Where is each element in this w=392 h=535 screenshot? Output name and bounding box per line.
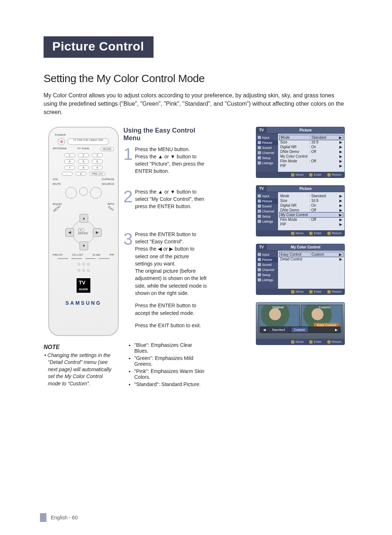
osd-side-input: Input	[262, 253, 269, 256]
osd-picture-2: TVPicture Input Picture Sound Channel Se…	[256, 185, 345, 236]
mode-button: MODE	[100, 147, 114, 151]
digit-3: 3	[92, 153, 103, 157]
osd-tv-tab: TV	[256, 127, 267, 134]
channel-icon	[258, 268, 261, 271]
osd-side-listings: Listings	[262, 220, 273, 223]
power-label: POWER	[55, 133, 66, 137]
osd-side-channel: Channel	[262, 151, 274, 155]
osd-side-channel: Channel	[262, 210, 274, 213]
note-heading: NOTE	[44, 344, 116, 350]
osd-easy-control-preview: Original Custom Easy Control ◀ Standard …	[256, 302, 345, 345]
favch-label: FAV.CH	[53, 253, 63, 256]
pip-label: PIP	[110, 253, 114, 256]
osd-my-color-control: TVMy Color Control Input Picture Sound C…	[256, 244, 345, 295]
osd-footer-enter: Enter	[309, 173, 322, 177]
section-title: Setting the My Color Control Mode	[44, 72, 345, 85]
step-3: 3 Press the ENTER button to select "Easy…	[123, 231, 207, 329]
osd-footer-move: Move	[291, 290, 303, 293]
osd-sidebar: Input Picture Sound Channel Setup Listin…	[256, 134, 278, 172]
preview-selector-bar: ◀ Standard Custom ▶	[260, 327, 341, 333]
step-2: 2 Press the ▲ or ▼ button to select "My …	[123, 188, 207, 210]
color-mode-green: "Green": Emphasizes Mild Greens.	[134, 355, 207, 367]
digit-4: 4	[64, 159, 75, 163]
digit-2: 2	[78, 153, 89, 157]
osd-footer-return: Return	[327, 290, 342, 293]
osd-row: Easy Control: Custom▶	[279, 252, 343, 257]
osd-footer-enter: Enter	[309, 340, 322, 344]
chlist-button	[71, 258, 82, 259]
osd-row: PIP▶	[280, 163, 342, 168]
listings-icon	[258, 161, 261, 165]
osd-title: My Color Control	[267, 244, 344, 251]
chlist-label: CH.LIST	[72, 253, 83, 256]
input-icon	[258, 136, 261, 139]
color-mode-pink: "Pink": Emphasizes Warm Skin Colors.	[134, 368, 207, 380]
step-3b-text: Press the ENTER button to accept the sel…	[135, 302, 207, 317]
remote-control-figure: POWER ⏻ TV STB VCR CABLE DVD ANTENNA TV …	[48, 127, 119, 336]
sound-icon	[258, 146, 261, 149]
color-mode-list: "Blue": Emphasizes Clear Blues. "Green":…	[134, 342, 207, 387]
osd-row: Detail Control▶	[280, 257, 342, 262]
chevron-right-icon: ▶	[335, 328, 338, 332]
anynet-label: Anynet	[53, 202, 62, 206]
picture-icon	[258, 199, 261, 203]
menu-label: MENU	[53, 204, 61, 212]
preview-option-standard: Standard	[269, 327, 288, 332]
step-text: Press the MENU button. Press the ▲ or ▼ …	[135, 146, 207, 175]
dnet-label: D-Net	[93, 253, 100, 256]
osd-side-sound: Sound	[262, 204, 271, 208]
osd-side-picture: Picture	[262, 258, 272, 262]
dnet-button	[85, 258, 96, 259]
channel-icon	[258, 210, 261, 213]
step-3a-text: Press the ENTER button to select "Easy C…	[135, 231, 207, 297]
source-label: SOURCE	[102, 182, 114, 186]
note-body: • Changing the settings in the "Detail C…	[44, 352, 116, 388]
subheading: Using the Easy Control Menu	[123, 127, 207, 142]
osd-tv-tab: TV	[256, 186, 267, 192]
antenna-label: ANTENNA	[53, 147, 66, 151]
osd-panel: Easy Control: Custom▶Detail Control▶	[278, 251, 344, 289]
chapter-title: Picture Control	[49, 36, 154, 58]
pip-button	[99, 258, 110, 259]
osd-title: Picture	[267, 127, 344, 134]
nav-up-icon: ▲	[79, 214, 88, 223]
osd-title: Picture	[267, 186, 344, 192]
osd-footer-return: Return	[327, 173, 342, 177]
osd-row: Film Mode: Off▶	[280, 217, 342, 222]
step-1: 1 Press the MENU button. Press the ▲ or …	[123, 146, 207, 175]
step-text: Press the ENTER button to select "Easy C…	[135, 231, 207, 329]
osd-row: Size: 16:9▶	[280, 140, 342, 145]
osd-tv-tab: TV	[256, 244, 267, 251]
mute-button	[79, 187, 88, 196]
osd-footer-move: Move	[291, 231, 303, 235]
picture-icon	[258, 258, 261, 261]
chpage-label: CH/PAGE	[102, 178, 114, 181]
osd-side-setup: Setup	[262, 215, 271, 218]
enter-button: ↵ENTER	[78, 228, 88, 235]
osd-side-sound: Sound	[262, 146, 271, 150]
osd-row: Digital NR: On▶	[280, 203, 342, 208]
pre-ch-button: PRE-CH	[89, 172, 106, 176]
osd-panel: Mode: Standard▶Size: 16:9▶Digital NR: On…	[278, 192, 344, 230]
intro-paragraph: My Color Control allows you to adjust co…	[44, 91, 345, 117]
setup-icon	[258, 215, 261, 218]
osd-picture-1: TVPicture Input Picture Sound Channel Se…	[256, 127, 345, 178]
osd-side-picture: Picture	[262, 141, 272, 145]
osd-footer-enter: Enter	[309, 290, 322, 293]
info-label: INFO	[107, 202, 114, 206]
preview-label-custom: Custom	[319, 305, 330, 309]
digit-0: 0	[75, 172, 86, 176]
nav-down-icon: ▼	[79, 242, 88, 250]
osd-side-input: Input	[262, 194, 269, 198]
digit-9: 9	[92, 166, 103, 170]
enter-label: ENTER	[78, 232, 88, 235]
mute-label: MUTE	[53, 182, 61, 186]
step-number: 1	[123, 146, 135, 175]
brand-logo: SAMSUNG	[65, 300, 102, 306]
picture-icon	[258, 141, 261, 144]
sound-icon	[258, 204, 261, 208]
digit-1: 1	[64, 153, 75, 157]
preview-option-custom: Custom	[291, 327, 308, 332]
osd-row: Film Mode: Off▶	[280, 159, 342, 163]
digit-dash: -	[62, 172, 73, 176]
